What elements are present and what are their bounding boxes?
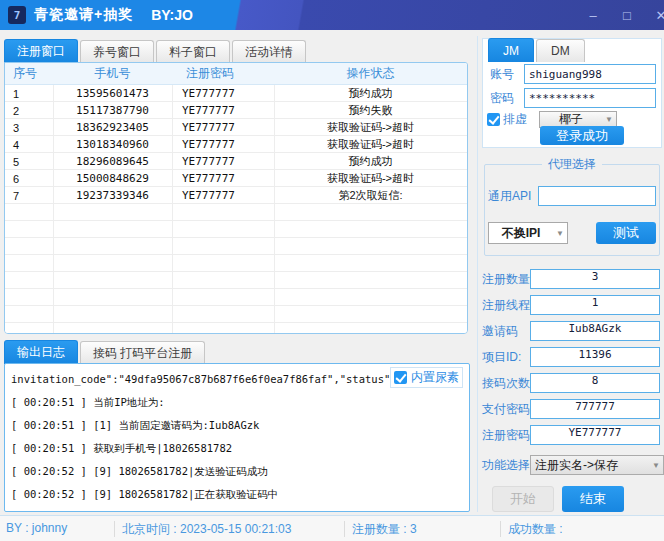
app-window: 7 青瓷邀请+抽奖 BY:JO – □ ✕ 注册窗口 养号窗口 料子窗口 活动详… [0, 0, 664, 541]
maximize-button[interactable]: □ [618, 8, 636, 23]
cell-phone: 13595601473 [53, 87, 172, 100]
ip-mode-select-value: 不换IPI [489, 225, 553, 242]
tab-dm[interactable]: DM [536, 39, 585, 62]
close-button[interactable]: ✕ [652, 8, 664, 23]
cell-status: 获取验证码->超时 [274, 120, 467, 135]
cell-phone: 18362923405 [53, 121, 172, 134]
form-row: 接码次数 8 [482, 373, 660, 393]
table-row[interactable]: 3 18362923405 YE777777 获取验证码->超时 [5, 119, 467, 136]
minimize-button[interactable]: – [584, 8, 602, 23]
table-row[interactable]: 1 13595601473 YE777777 预约成功 [5, 85, 467, 102]
proxy-group-title: 代理选择 [542, 156, 602, 173]
table-gridline [274, 85, 275, 333]
statusbar: BY : johnny 北京时间 : 2023-05-15 00:21:03 注… [0, 515, 664, 541]
status-separator [344, 521, 345, 537]
log-line: [ 00:20:52 ] [9] 18026581782|发送验证码成功 [11, 460, 463, 483]
log-line: [ 00:20:51 ] 获取到手机号|18026581782 [11, 437, 463, 460]
form-row: 注册密码 YE777777 [482, 425, 660, 445]
table-rows: 1 13595601473 YE777777 预约成功 2 1511738779… [5, 85, 467, 204]
cell-status: 预约成功 [274, 154, 467, 169]
table-row[interactable]: 6 15000848629 YE777777 获取验证码->超时 [5, 170, 467, 187]
form-row: 项目ID: 11396 [482, 347, 660, 367]
account-row: 账号 [490, 64, 656, 84]
form-row-input[interactable]: 777777 [530, 399, 660, 419]
cell-index: 4 [5, 139, 53, 151]
status-separator [500, 521, 501, 537]
window-title: 青瓷邀请+抽奖 [34, 6, 133, 24]
account-label: 账号 [490, 66, 524, 83]
app-icon-glyph: 7 [14, 9, 21, 22]
login-button[interactable]: 登录成功 [540, 126, 624, 145]
form-row: 支付密码 777777 [482, 399, 660, 419]
window-controls: – □ ✕ [584, 0, 664, 30]
table-row[interactable]: 5 18296089645 YE777777 预约成功 [5, 153, 467, 170]
titlebar: 7 青瓷邀请+抽奖 BY:JO – □ ✕ [0, 0, 664, 30]
cell-status: 预约失败 [274, 103, 467, 118]
end-button[interactable]: 结束 [562, 486, 624, 512]
function-select[interactable]: 注册实名->保存 ▼ [530, 455, 664, 475]
cell-password: YE777777 [172, 121, 274, 134]
test-button[interactable]: 测试 [596, 222, 656, 244]
builtin-checkbox-row[interactable]: 内置尿素 [390, 367, 463, 388]
api-input[interactable] [538, 186, 656, 206]
cell-index: 2 [5, 105, 53, 117]
form-row: 邀请码 Iub8AGzk [482, 321, 660, 341]
form-row-input[interactable]: 3 [530, 269, 660, 289]
form-row-input[interactable]: Iub8AGzk [530, 321, 660, 341]
function-row: 功能选择 注册实名->保存 ▼ [482, 455, 664, 475]
filter-checkbox[interactable] [487, 113, 500, 126]
tab-activity-detail[interactable]: 活动详情 [232, 40, 306, 63]
form-row-input[interactable]: 11396 [530, 347, 660, 367]
form-row-input[interactable]: 1 [530, 295, 660, 315]
form-row-input[interactable]: YE777777 [530, 425, 660, 445]
chevron-down-icon: ▼ [602, 115, 616, 124]
form-row-label: 支付密码 [482, 401, 530, 418]
tab-material-window[interactable]: 料子窗口 [156, 40, 230, 63]
tab-output-log[interactable]: 输出日志 [4, 340, 78, 364]
status-beijing-time: 北京时间 : 2023-05-15 00:21:03 [122, 521, 291, 538]
log-line: [ 00:20:51 ] [1] 当前固定邀请码为:Iub8AGzk [11, 414, 463, 437]
ip-mode-select[interactable]: 不换IPI ▼ [488, 222, 568, 244]
table-row[interactable]: 7 19237339346 YE777777 第2次取短信: [5, 187, 467, 204]
cell-index: 6 [5, 173, 53, 185]
chevron-down-icon: ▼ [553, 229, 567, 238]
log-output[interactable]: invitation_code":"49dfa95067c87b687f6e6f… [4, 363, 470, 512]
cell-status: 第2次取短信: [274, 188, 467, 203]
form-row-input[interactable]: 8 [530, 373, 660, 393]
cell-phone: 19237339346 [53, 189, 172, 202]
cell-status: 获取验证码->超时 [274, 137, 467, 152]
table-body: 1 13595601473 YE777777 预约成功 2 1511738779… [5, 85, 467, 333]
table-row[interactable]: 2 15117387790 YE777777 预约失败 [5, 102, 467, 119]
form-row: 注册数量 3 [482, 269, 660, 289]
api-row: 通用API [488, 186, 656, 206]
panel-divider [477, 36, 478, 512]
tab-jm[interactable]: JM [488, 38, 534, 62]
form-row-list: 注册数量 3 注册线程 1 邀请码 Iub8AGzk 项目ID: 11396 接… [482, 269, 660, 445]
cell-index: 3 [5, 122, 53, 134]
cell-phone: 18296089645 [53, 155, 172, 168]
table-row[interactable]: 4 13018340960 YE777777 获取验证码->超时 [5, 136, 467, 153]
log-line: [ 00:20:52 ] [9] 18026581782|正在获取验证码中 [11, 483, 463, 506]
password-input[interactable] [524, 88, 656, 108]
form-row-label: 注册数量 [482, 271, 530, 288]
start-button[interactable]: 开始 [492, 486, 554, 512]
log-lines: invitation_code":"49dfa95067c87b687f6e6f… [11, 368, 463, 506]
cell-index: 5 [5, 156, 53, 168]
builtin-checkbox[interactable] [394, 371, 407, 384]
status-separator [114, 521, 115, 537]
form-row-label: 注册密码 [482, 427, 530, 444]
account-input[interactable] [524, 64, 656, 84]
log-tabs: 输出日志 接码 打码平台注册 [4, 340, 205, 364]
form-row-label: 注册线程 [482, 297, 530, 314]
col-header-index: 序号 [5, 65, 53, 82]
tab-register-window[interactable]: 注册窗口 [4, 39, 78, 63]
tab-account-window[interactable]: 养号窗口 [80, 40, 154, 63]
form-row-label: 项目ID: [482, 349, 530, 366]
form-row: 注册线程 1 [482, 295, 660, 315]
cell-password: YE777777 [172, 87, 274, 100]
register-form: 注册数量 3 注册线程 1 邀请码 Iub8AGzk 项目ID: 11396 接… [482, 269, 660, 451]
tab-code-platform-register[interactable]: 接码 打码平台注册 [80, 341, 205, 364]
main-tabs: 注册窗口 养号窗口 料子窗口 活动详情 [4, 39, 306, 63]
cell-status: 预约成功 [274, 86, 467, 101]
proxy-action-row: 不换IPI ▼ 测试 [488, 222, 656, 244]
